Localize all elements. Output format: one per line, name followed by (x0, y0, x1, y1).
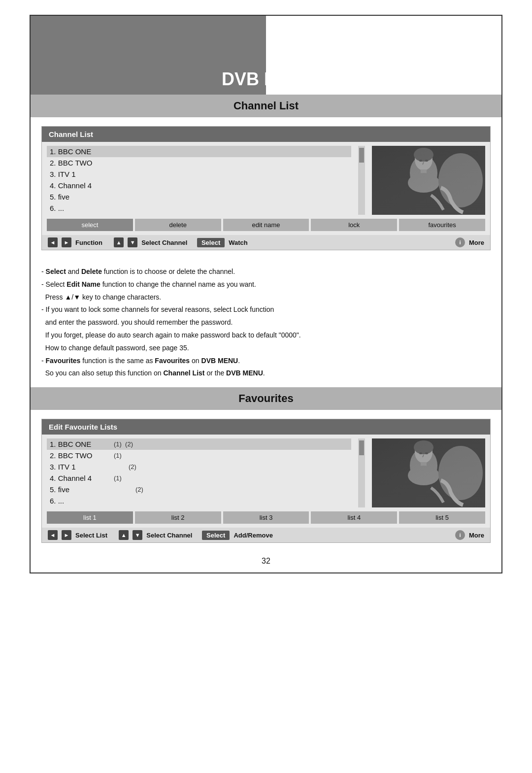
desc-line-9: So you can also setup this function on C… (41, 368, 491, 379)
page-title: DVB Menu (31, 69, 501, 95)
fav-name-4: 4. Channel 4 (50, 474, 114, 482)
btn-list-3[interactable]: list 3 (223, 511, 309, 524)
fav-markers-3: (2) (129, 463, 136, 471)
svg-rect-21 (372, 438, 485, 507)
fav-markers-2: (1) (114, 452, 122, 459)
favourites-list: 1. BBC ONE (1) (2) 2. BBC TWO (1) 3. ITV… (47, 438, 351, 507)
desc-line-2: - Select Edit Name function to change th… (41, 279, 491, 291)
channel-list-panel: Channel List 1. BBC ONE 2. BBC TWO 3. IT… (41, 126, 491, 250)
channel-list: 1. BBC ONE 2. BBC TWO 3. ITV 1 4. Channe… (47, 146, 351, 215)
channel-preview (372, 146, 485, 215)
btn-list-5[interactable]: list 5 (399, 511, 485, 524)
desc-line-4: - If you want to lock some channels for … (41, 304, 491, 316)
fav-scroll-thumb (359, 440, 364, 455)
svg-rect-10 (372, 146, 485, 215)
fav-item-1[interactable]: 1. BBC ONE (1) (2) (47, 438, 351, 450)
nav-up-arrow: ▲ (114, 237, 124, 247)
fav-item-5[interactable]: 5. five (2) (47, 484, 351, 495)
scroll-thumb (359, 148, 364, 163)
nav-more-label: More (469, 239, 484, 246)
btn-lock[interactable]: lock (311, 219, 397, 231)
channel-list-buttons: select delete edit name lock favourites (42, 215, 490, 235)
fav-channel-preview (372, 438, 485, 507)
favourites-buttons: list 1 list 2 list 3 list 4 list 5 (42, 507, 490, 528)
fav-nav-more-label: More (469, 532, 484, 539)
fav-item-3[interactable]: 3. ITV 1 (2) (47, 461, 351, 472)
fav-nav-down-arrow: ▼ (133, 530, 142, 540)
fav-nav-select-channel-label: Select Channel (146, 532, 192, 539)
channel-list-section-header: Channel List (31, 95, 501, 117)
description-area: - Select and Delete function is to choos… (31, 259, 501, 387)
channel-item-3[interactable]: 3. ITV 1 (47, 168, 351, 180)
favourites-body: 1. BBC ONE (1) (2) 2. BBC TWO (1) 3. ITV… (42, 435, 490, 507)
favourites-panel: Edit Favourite Lists 1. BBC ONE (1) (2) … (41, 419, 491, 543)
channel-list-body: 1. BBC ONE 2. BBC TWO 3. ITV 1 4. Channe… (42, 142, 490, 215)
fav-nav-info-icon: i (455, 530, 465, 540)
fav-nav-right-arrow: ► (62, 530, 71, 540)
fav-item-6[interactable]: 6. ... (47, 495, 351, 506)
channel-item-2[interactable]: 2. BBC TWO (47, 157, 351, 168)
desc-line-1: - Select and Delete function is to choos… (41, 266, 491, 278)
fav-nav-up-arrow: ▲ (119, 530, 129, 540)
desc-line-7: How to change default password, see page… (41, 342, 491, 354)
desc-line-5: and enter the password. you should remem… (41, 317, 491, 329)
favourites-panel-header: Edit Favourite Lists (42, 419, 490, 435)
fav-name-5: 5. five (50, 485, 114, 494)
fav-name-2: 2. BBC TWO (50, 451, 114, 460)
desc-line-8: - Favourites function is the same as Fav… (41, 355, 491, 367)
fav-item-2[interactable]: 2. BBC TWO (1) (47, 450, 351, 461)
nav-watch-label: Watch (229, 239, 248, 246)
channel-item-1[interactable]: 1. BBC ONE (47, 146, 351, 157)
page-number: 32 (31, 552, 501, 572)
fav-nav-add-remove-label: Add/Remove (233, 532, 272, 539)
fav-nav-left-arrow: ◄ (48, 530, 58, 540)
nav-down-arrow: ▼ (128, 237, 137, 247)
fav-item-4[interactable]: 4. Channel 4 (1) (47, 472, 351, 484)
btn-favourites[interactable]: favourites (399, 219, 485, 231)
nav-select-channel-label: Select Channel (141, 239, 187, 246)
fav-nav-list-label: Select List (75, 532, 107, 539)
btn-delete[interactable]: delete (135, 219, 221, 231)
favourites-nav: ◄ ► Select List ▲ ▼ Select Channel Selec… (42, 528, 490, 542)
fav-markers-4: (1) (114, 474, 122, 482)
fav-markers-5: (2) (135, 486, 143, 493)
channel-list-nav: ◄ ► Function ▲ ▼ Select Channel Select W… (42, 235, 490, 250)
fav-name-1: 1. BBC ONE (50, 440, 114, 448)
btn-list-2[interactable]: list 2 (135, 511, 221, 524)
channel-item-6[interactable]: 6. ... (47, 202, 351, 214)
channel-list-scrollbar[interactable] (358, 146, 365, 215)
nav-left-arrow: ◄ (48, 237, 58, 247)
channel-list-panel-header: Channel List (42, 127, 490, 142)
header: DVB Menu (31, 16, 501, 95)
btn-select[interactable]: select (47, 219, 133, 231)
channel-item-5[interactable]: 5. five (47, 191, 351, 202)
fav-markers-1: (1) (2) (114, 440, 133, 448)
btn-edit-name[interactable]: edit name (223, 219, 309, 231)
fav-name-6: 6. ... (50, 497, 114, 505)
favourites-scrollbar[interactable] (358, 438, 365, 507)
desc-line-6: If you forget, please do auto search aga… (41, 330, 491, 341)
btn-list-4[interactable]: list 4 (311, 511, 397, 524)
fav-nav-select-button[interactable]: Select (202, 531, 230, 540)
nav-function-label: Function (75, 239, 102, 246)
nav-select-button[interactable]: Select (197, 238, 225, 247)
btn-list-1[interactable]: list 1 (47, 511, 133, 524)
desc-line-3: Press ▲/▼ key to change characters. (41, 292, 491, 303)
channel-item-4[interactable]: 4. Channel 4 (47, 180, 351, 191)
favourites-section-header: Favourites (31, 387, 501, 410)
nav-info-icon: i (455, 237, 465, 247)
nav-right-arrow: ► (62, 237, 71, 247)
fav-name-3: 3. ITV 1 (50, 463, 114, 471)
